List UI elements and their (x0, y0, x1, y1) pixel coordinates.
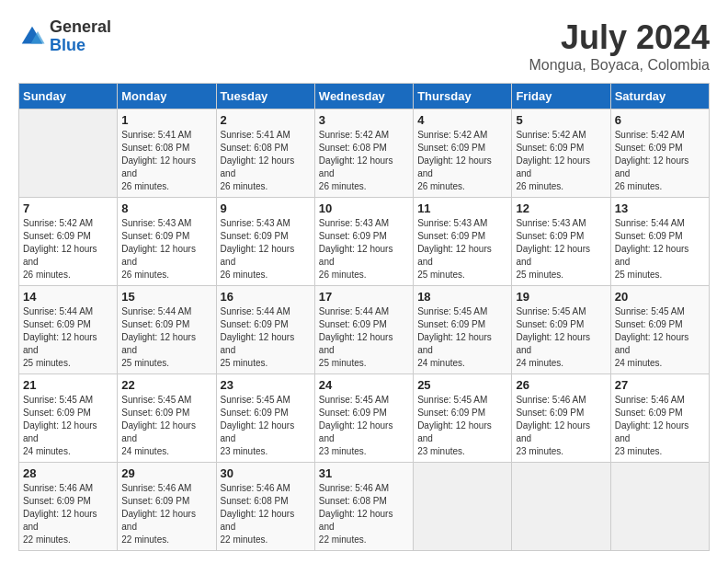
cell-info: Sunrise: 5:44 AMSunset: 6:09 PMDaylight:… (319, 305, 409, 370)
cell-info: Sunrise: 5:46 AMSunset: 6:08 PMDaylight:… (319, 482, 409, 546)
cell-info: Sunrise: 5:46 AMSunset: 6:09 PMDaylight:… (23, 482, 113, 546)
day-number: 18 (417, 290, 507, 304)
logo-icon (18, 23, 46, 51)
col-wednesday: Wednesday (314, 84, 413, 109)
logo-text: General Blue (50, 18, 111, 55)
cell-info: Sunrise: 5:44 AMSunset: 6:09 PMDaylight:… (23, 305, 113, 370)
cell-info: Sunrise: 5:43 AMSunset: 6:09 PMDaylight:… (417, 217, 507, 282)
day-number: 20 (615, 290, 705, 304)
cell-info: Sunrise: 5:45 AMSunset: 6:09 PMDaylight:… (516, 305, 606, 370)
calendar-cell: 5 Sunrise: 5:42 AMSunset: 6:09 PMDayligh… (512, 109, 610, 198)
day-number: 28 (23, 466, 113, 480)
calendar-cell: 31 Sunrise: 5:46 AMSunset: 6:08 PMDaylig… (314, 463, 413, 551)
title-section: July 2024 Mongua, Boyaca, Colombia (529, 18, 710, 74)
cell-info: Sunrise: 5:45 AMSunset: 6:09 PMDaylight:… (221, 394, 311, 458)
cell-info: Sunrise: 5:44 AMSunset: 6:09 PMDaylight:… (615, 217, 705, 282)
day-number: 5 (516, 113, 606, 127)
calendar-cell: 17 Sunrise: 5:44 AMSunset: 6:09 PMDaylig… (314, 286, 413, 374)
calendar-cell: 28 Sunrise: 5:46 AMSunset: 6:09 PMDaylig… (19, 463, 118, 551)
calendar-cell: 25 Sunrise: 5:45 AMSunset: 6:09 PMDaylig… (414, 374, 512, 463)
day-number: 22 (121, 378, 211, 392)
col-monday: Monday (118, 84, 216, 109)
location: Mongua, Boyaca, Colombia (529, 57, 710, 74)
cell-info: Sunrise: 5:42 AMSunset: 6:09 PMDaylight:… (417, 129, 507, 193)
day-number: 25 (417, 378, 507, 392)
calendar-cell: 19 Sunrise: 5:45 AMSunset: 6:09 PMDaylig… (512, 286, 610, 374)
cell-info: Sunrise: 5:41 AMSunset: 6:08 PMDaylight:… (221, 129, 311, 193)
cell-info: Sunrise: 5:43 AMSunset: 6:09 PMDaylight:… (319, 217, 409, 282)
calendar-week-3: 14 Sunrise: 5:44 AMSunset: 6:09 PMDaylig… (19, 286, 710, 374)
calendar-cell: 22 Sunrise: 5:45 AMSunset: 6:09 PMDaylig… (118, 374, 216, 463)
col-sunday: Sunday (19, 84, 118, 109)
calendar-cell: 8 Sunrise: 5:43 AMSunset: 6:09 PMDayligh… (118, 198, 216, 286)
calendar-week-4: 21 Sunrise: 5:45 AMSunset: 6:09 PMDaylig… (19, 374, 710, 463)
day-number: 23 (221, 378, 311, 392)
calendar-cell: 10 Sunrise: 5:43 AMSunset: 6:09 PMDaylig… (314, 198, 413, 286)
calendar-cell: 18 Sunrise: 5:45 AMSunset: 6:09 PMDaylig… (414, 286, 512, 374)
day-number: 24 (319, 378, 409, 392)
day-number: 31 (319, 466, 409, 480)
calendar-week-2: 7 Sunrise: 5:42 AMSunset: 6:09 PMDayligh… (19, 198, 710, 286)
cell-info: Sunrise: 5:43 AMSunset: 6:09 PMDaylight:… (221, 217, 311, 282)
day-number: 27 (615, 378, 705, 392)
day-number: 16 (221, 290, 311, 304)
cell-info: Sunrise: 5:42 AMSunset: 6:08 PMDaylight:… (319, 129, 409, 193)
col-saturday: Saturday (610, 84, 709, 109)
calendar-cell: 12 Sunrise: 5:43 AMSunset: 6:09 PMDaylig… (512, 198, 610, 286)
day-number: 10 (319, 201, 409, 215)
day-number: 21 (23, 378, 113, 392)
calendar-cell: 30 Sunrise: 5:46 AMSunset: 6:08 PMDaylig… (216, 463, 314, 551)
calendar-cell: 24 Sunrise: 5:45 AMSunset: 6:09 PMDaylig… (314, 374, 413, 463)
calendar-cell: 26 Sunrise: 5:46 AMSunset: 6:09 PMDaylig… (512, 374, 610, 463)
logo: General Blue (18, 18, 111, 55)
cell-info: Sunrise: 5:43 AMSunset: 6:09 PMDaylight:… (121, 217, 211, 282)
cell-info: Sunrise: 5:46 AMSunset: 6:09 PMDaylight:… (615, 394, 705, 458)
col-tuesday: Tuesday (216, 84, 314, 109)
calendar-cell: 3 Sunrise: 5:42 AMSunset: 6:08 PMDayligh… (314, 109, 413, 198)
cell-info: Sunrise: 5:41 AMSunset: 6:08 PMDaylight:… (121, 129, 211, 193)
col-friday: Friday (512, 84, 610, 109)
day-number: 9 (221, 201, 311, 215)
day-number: 30 (221, 466, 311, 480)
day-number: 11 (417, 201, 507, 215)
calendar-cell (19, 109, 118, 198)
day-number: 2 (221, 113, 311, 127)
day-number: 17 (319, 290, 409, 304)
cell-info: Sunrise: 5:46 AMSunset: 6:08 PMDaylight:… (221, 482, 311, 546)
day-number: 29 (121, 466, 211, 480)
day-number: 1 (121, 113, 211, 127)
calendar-cell: 1 Sunrise: 5:41 AMSunset: 6:08 PMDayligh… (118, 109, 216, 198)
cell-info: Sunrise: 5:43 AMSunset: 6:09 PMDaylight:… (516, 217, 606, 282)
col-thursday: Thursday (414, 84, 512, 109)
calendar-cell: 13 Sunrise: 5:44 AMSunset: 6:09 PMDaylig… (610, 198, 709, 286)
cell-info: Sunrise: 5:42 AMSunset: 6:09 PMDaylight:… (615, 129, 705, 193)
calendar-cell: 7 Sunrise: 5:42 AMSunset: 6:09 PMDayligh… (19, 198, 118, 286)
page-header: General Blue July 2024 Mongua, Boyaca, C… (18, 18, 710, 74)
calendar-cell (512, 463, 610, 551)
cell-info: Sunrise: 5:45 AMSunset: 6:09 PMDaylight:… (23, 394, 113, 458)
cell-info: Sunrise: 5:45 AMSunset: 6:09 PMDaylight:… (417, 305, 507, 370)
calendar-cell: 4 Sunrise: 5:42 AMSunset: 6:09 PMDayligh… (414, 109, 512, 198)
calendar-cell (414, 463, 512, 551)
calendar-cell: 9 Sunrise: 5:43 AMSunset: 6:09 PMDayligh… (216, 198, 314, 286)
calendar-cell: 11 Sunrise: 5:43 AMSunset: 6:09 PMDaylig… (414, 198, 512, 286)
cell-info: Sunrise: 5:46 AMSunset: 6:09 PMDaylight:… (516, 394, 606, 458)
day-number: 15 (121, 290, 211, 304)
day-number: 26 (516, 378, 606, 392)
cell-info: Sunrise: 5:44 AMSunset: 6:09 PMDaylight:… (121, 305, 211, 370)
calendar-cell: 23 Sunrise: 5:45 AMSunset: 6:09 PMDaylig… (216, 374, 314, 463)
cell-info: Sunrise: 5:45 AMSunset: 6:09 PMDaylight:… (417, 394, 507, 458)
calendar-cell (610, 463, 709, 551)
calendar-cell: 21 Sunrise: 5:45 AMSunset: 6:09 PMDaylig… (19, 374, 118, 463)
day-number: 8 (121, 201, 211, 215)
calendar-cell: 20 Sunrise: 5:45 AMSunset: 6:09 PMDaylig… (610, 286, 709, 374)
calendar-week-1: 1 Sunrise: 5:41 AMSunset: 6:08 PMDayligh… (19, 109, 710, 198)
calendar-cell: 14 Sunrise: 5:44 AMSunset: 6:09 PMDaylig… (19, 286, 118, 374)
day-number: 6 (615, 113, 705, 127)
day-number: 4 (417, 113, 507, 127)
day-number: 12 (516, 201, 606, 215)
day-number: 3 (319, 113, 409, 127)
calendar-cell: 16 Sunrise: 5:44 AMSunset: 6:09 PMDaylig… (216, 286, 314, 374)
cell-info: Sunrise: 5:42 AMSunset: 6:09 PMDaylight:… (516, 129, 606, 193)
calendar-cell: 6 Sunrise: 5:42 AMSunset: 6:09 PMDayligh… (610, 109, 709, 198)
